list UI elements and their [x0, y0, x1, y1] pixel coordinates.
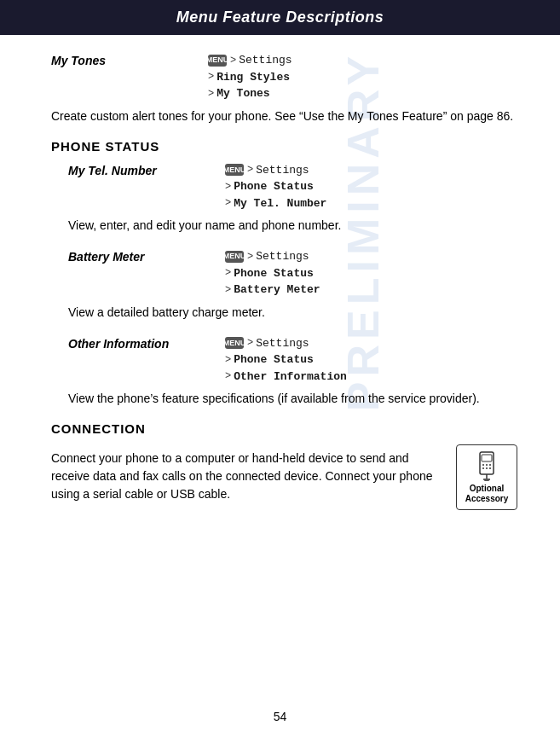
content-area: PRELIMINARY My Tones MENU > Settings > R… [0, 35, 560, 527]
arrow-tel-2: > [225, 179, 231, 194]
battery-path-battery: Battery Meter [234, 281, 320, 299]
my-tones-path-line-1: MENU > Settings [208, 52, 292, 69]
my-tel-path-status: Phone Status [234, 178, 314, 195]
other-path-line-1: MENU > Settings [225, 335, 347, 352]
accessory-label: OptionalAccessory [464, 484, 510, 504]
arrow-other-1: > [247, 335, 253, 351]
battery-meter-label: Battery Meter [68, 248, 222, 264]
arrow-3: > [208, 86, 214, 102]
battery-meter-description: View a detailed battery charge meter. [68, 304, 517, 322]
battery-path-line-3: > Battery Meter [225, 281, 320, 299]
connection-text: Connect your phone to a computer or hand… [51, 444, 442, 503]
other-info-path: MENU > Settings > Phone Status > Other I… [225, 335, 347, 386]
phone-status-heading: Phone Status [51, 139, 517, 154]
connection-section: Connect your phone to a computer or hand… [51, 444, 517, 510]
arrow-bat-1: > [247, 249, 253, 264]
battery-path-line-1: MENU > Settings [225, 248, 320, 265]
other-info-row: Other Information MENU > Settings > Phon… [68, 335, 517, 386]
battery-meter-section: Battery Meter MENU > Settings > Phone St… [68, 248, 517, 322]
my-tones-path-ring: Ring Styles [216, 69, 290, 86]
my-tel-label: My Tel. Number [68, 162, 222, 177]
page-header: Menu Feature Descriptions [0, 0, 560, 35]
my-tones-label: My Tones [51, 52, 205, 67]
optional-accessory: OptionalAccessory [456, 444, 517, 510]
menu-icon-my-tel: MENU [225, 164, 244, 176]
connection-heading: Connection [51, 421, 517, 436]
other-path-line-2: > Phone Status [225, 351, 347, 368]
other-path-other: Other Information [234, 368, 347, 386]
my-tones-section: My Tones MENU > Settings > Ring Styles >… [51, 52, 517, 125]
arrow-other-3: > [225, 368, 231, 384]
svg-point-5 [482, 467, 484, 469]
my-tones-description: Create custom alert tones for your phone… [51, 107, 517, 125]
phone-status-label: Phone Status [51, 139, 159, 154]
other-path-line-3: > Other Information [225, 368, 347, 386]
battery-path-settings: Settings [256, 248, 309, 265]
other-info-section: Other Information MENU > Settings > Phon… [68, 335, 517, 409]
svg-point-4 [489, 464, 491, 466]
connection-label: Connection [51, 421, 146, 436]
arrow-other-2: > [225, 352, 231, 368]
my-tel-row: My Tel. Number MENU > Settings > Phone S… [68, 162, 517, 212]
my-tel-path-mytel: My Tel. Number [234, 195, 326, 212]
my-tel-section: My Tel. Number MENU > Settings > Phone S… [68, 162, 517, 235]
my-tones-path-settings: Settings [239, 52, 292, 69]
battery-path-status: Phone Status [234, 265, 314, 282]
menu-icon-my-tones: MENU [208, 55, 227, 67]
arrow-bat-3: > [225, 282, 231, 298]
svg-point-3 [486, 464, 488, 466]
my-tones-path-line-3: > My Tones [208, 85, 292, 102]
page-number: 54 [274, 710, 287, 723]
other-info-description: View the phone’s feature specifications … [68, 390, 517, 408]
arrow-tel-1: > [247, 162, 253, 177]
svg-rect-1 [482, 455, 492, 461]
my-tel-description: View, enter, and edit your name and phon… [68, 217, 517, 235]
svg-point-6 [486, 467, 488, 469]
battery-meter-path: MENU > Settings > Phone Status > Battery… [225, 248, 320, 299]
arrow-1: > [230, 53, 236, 68]
svg-rect-10 [484, 479, 489, 481]
battery-meter-row: Battery Meter MENU > Settings > Phone St… [68, 248, 517, 299]
menu-icon-battery: MENU [225, 251, 244, 263]
menu-icon-other: MENU [225, 337, 244, 349]
battery-path-line-2: > Phone Status [225, 265, 320, 282]
my-tones-path-line-2: > Ring Styles [208, 69, 292, 86]
arrow-2: > [208, 69, 214, 84]
my-tones-row: My Tones MENU > Settings > Ring Styles >… [51, 52, 517, 102]
svg-point-2 [482, 464, 484, 466]
my-tones-path-mytones: My Tones [216, 85, 269, 102]
accessory-box: OptionalAccessory [456, 444, 517, 510]
other-path-settings: Settings [256, 335, 309, 352]
my-tel-path: MENU > Settings > Phone Status > My Tel.… [225, 162, 326, 212]
svg-point-7 [489, 467, 491, 469]
arrow-tel-3: > [225, 195, 231, 211]
my-tones-path: MENU > Settings > Ring Styles > My Tones [208, 52, 292, 102]
page-title: Menu Feature Descriptions [0, 9, 560, 26]
other-path-status: Phone Status [234, 351, 314, 368]
connection-description: Connect your phone to a computer or hand… [51, 450, 442, 503]
my-tel-path-line-1: MENU > Settings [225, 162, 326, 179]
my-tel-path-line-2: > Phone Status [225, 178, 326, 195]
my-tel-path-line-3: > My Tel. Number [225, 195, 326, 212]
connection-row: Connect your phone to a computer or hand… [51, 444, 517, 510]
my-tel-path-settings: Settings [256, 162, 309, 179]
accessory-icon [470, 450, 504, 481]
arrow-bat-2: > [225, 265, 231, 281]
other-info-label: Other Information [68, 335, 222, 351]
